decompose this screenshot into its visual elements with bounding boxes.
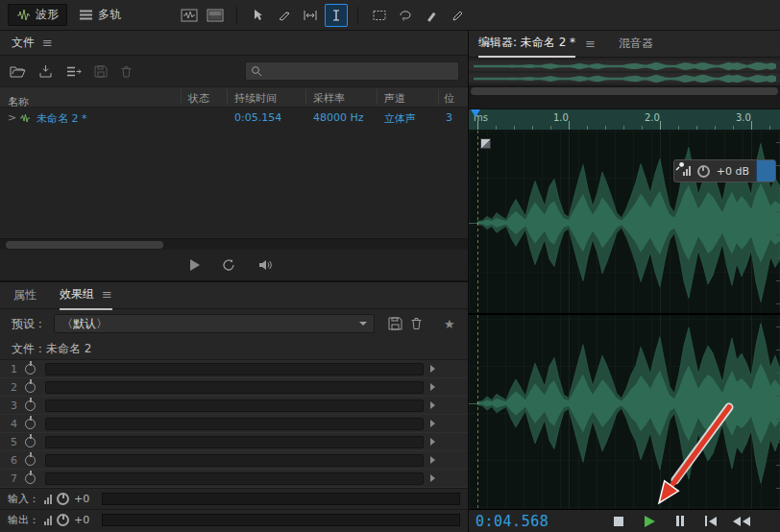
speaker-icon[interactable] (257, 258, 273, 272)
slot-chevron-icon[interactable] (430, 365, 435, 373)
slot-chevron-icon[interactable] (430, 456, 435, 464)
level-meter (102, 493, 460, 505)
stop-icon (614, 517, 623, 526)
clip-gain-widget[interactable] (480, 138, 491, 149)
effect-slot-field[interactable] (45, 381, 424, 394)
io-row: 输出：+0 (0, 509, 468, 530)
col-status: 状态 (188, 91, 209, 106)
effect-slot-row: 5 (0, 433, 468, 451)
multitrack-mode-button[interactable]: 多轨 (70, 4, 130, 26)
file-sample-rate: 48000 Hz (313, 111, 364, 124)
slot-chevron-icon[interactable] (430, 383, 435, 391)
playhead-marker[interactable] (471, 109, 480, 117)
power-icon[interactable] (25, 400, 36, 411)
slot-chevron-icon[interactable] (430, 474, 435, 482)
files-column-headers[interactable]: 名称 ↑ 状态 持续时间 采样率 声道 位 (0, 86, 468, 108)
overview-wave-right (469, 73, 780, 84)
pause-icon (676, 516, 679, 526)
slot-chevron-icon[interactable] (430, 420, 435, 427)
preset-dropdown[interactable]: 〈默认〉 (54, 314, 375, 333)
effect-slot-row: 4 (0, 415, 468, 433)
effect-slot-field[interactable] (45, 363, 424, 375)
horizontal-zoom-scrollbar[interactable] (469, 86, 780, 96)
search-input[interactable] (267, 65, 453, 78)
favorite-star-icon[interactable]: ★ (444, 317, 455, 331)
gain-knob[interactable] (57, 514, 69, 526)
slot-number: 2 (6, 381, 17, 394)
panel-menu-icon[interactable]: ≡ (585, 37, 596, 50)
file-row[interactable]: > 未命名 2 * 0:05.154 48000 Hz 立体声 3 (0, 108, 468, 129)
time-selection-tool-button[interactable] (325, 4, 348, 27)
import-file-icon[interactable] (38, 64, 53, 78)
delete-preset-icon[interactable] (410, 317, 423, 330)
power-icon[interactable] (25, 364, 36, 375)
zoom-navigator[interactable] (469, 58, 780, 86)
effects-rack-panel: 属性 效果组 ≡ 预设： 〈默认〉 ★ 文件：未命名 2 12345 (0, 282, 468, 532)
multitrack-icon (79, 9, 93, 21)
razor-tool-button[interactable] (273, 4, 296, 27)
effect-slot-field[interactable] (45, 454, 424, 467)
tab-effects-rack[interactable]: 效果组 ≡ (60, 282, 112, 310)
top-toolbar: 波形 多轨 (0, 0, 780, 31)
tab-editor[interactable]: 编辑器: 未命名 2 * (478, 30, 575, 58)
effect-slot-field[interactable] (45, 436, 424, 448)
panel-menu-icon[interactable]: ≡ (102, 288, 112, 301)
panel-menu-icon[interactable]: ≡ (42, 36, 53, 49)
save-preset-icon[interactable] (388, 317, 402, 330)
files-empty-area[interactable] (0, 129, 468, 238)
spectral-view-button[interactable] (204, 4, 227, 27)
open-folder-icon[interactable] (10, 65, 26, 78)
power-icon[interactable] (25, 455, 36, 466)
scrollbar-thumb[interactable] (6, 241, 163, 249)
lasso-tool-button[interactable] (394, 4, 417, 27)
power-icon[interactable] (25, 382, 36, 393)
marquee-tool-icon (372, 9, 387, 22)
volume-hud[interactable]: +0 dB (673, 159, 776, 182)
slot-chevron-icon[interactable] (430, 401, 435, 409)
insert-multitrack-icon[interactable] (65, 65, 82, 78)
level-meter (102, 514, 460, 526)
hud-gain-value: +0 dB (717, 165, 749, 178)
lasso-tool-icon (398, 9, 413, 22)
razor-tool-icon (278, 9, 291, 22)
volume-knob[interactable] (697, 165, 710, 178)
rewind-button[interactable] (731, 513, 752, 530)
power-icon[interactable] (25, 419, 36, 429)
search-box[interactable] (245, 61, 459, 81)
pencil-tool-button[interactable] (446, 4, 469, 27)
play-button[interactable] (639, 513, 660, 530)
io-rows: 输入：+0输出：+0 (0, 488, 468, 530)
gain-knob[interactable] (57, 493, 69, 505)
tab-files[interactable]: 文件 (12, 35, 35, 51)
timeline-ruler[interactable]: ms 1.02.03.0 (469, 109, 780, 131)
amplitude-ruler[interactable] (771, 131, 780, 509)
trash-icon[interactable] (120, 65, 133, 78)
marquee-tool-button[interactable] (368, 4, 391, 27)
chevron-down-icon (359, 322, 367, 326)
waveform-view-button[interactable] (178, 4, 201, 27)
move-tool-button[interactable] (247, 4, 270, 27)
loop-playback-icon[interactable] (221, 258, 236, 272)
pause-button[interactable] (670, 513, 691, 530)
slot-number: 5 (6, 436, 17, 448)
waveform-display[interactable]: +0 dB (469, 131, 780, 509)
tab-properties[interactable]: 属性 (13, 282, 37, 309)
preview-play-icon[interactable] (190, 259, 200, 271)
power-icon[interactable] (25, 437, 36, 447)
stop-button[interactable] (608, 513, 629, 530)
zoom-thumb[interactable] (471, 87, 778, 95)
save-icon[interactable] (94, 65, 108, 78)
power-icon[interactable] (25, 473, 36, 484)
effect-slot-field[interactable] (45, 472, 424, 485)
slot-chevron-icon[interactable] (430, 438, 435, 446)
effect-slot-field[interactable] (45, 399, 424, 412)
skip-to-start-button[interactable] (700, 513, 721, 530)
files-horizontal-scrollbar[interactable] (0, 238, 468, 250)
waveform-mode-button[interactable]: 波形 (8, 4, 67, 26)
tab-mixer[interactable]: 混音器 (619, 36, 653, 52)
play-icon (645, 516, 655, 527)
effect-slot-field[interactable] (45, 418, 424, 430)
spectral-view-icon (207, 9, 224, 22)
slip-tool-button[interactable] (299, 4, 322, 27)
brush-tool-button[interactable] (420, 4, 443, 27)
